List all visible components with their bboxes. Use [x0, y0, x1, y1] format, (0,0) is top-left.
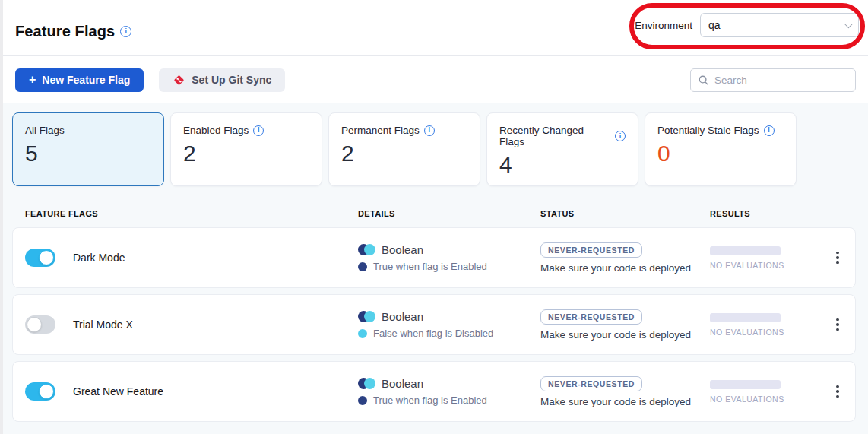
search-box[interactable]	[690, 68, 856, 92]
status-badge: NEVER-REQUESTED	[540, 376, 642, 391]
new-feature-flag-label: New Feature Flag	[42, 74, 130, 86]
type-line: Boolean	[358, 377, 540, 390]
value-note: True when flag is Enabled	[373, 261, 487, 272]
stat-card-label: Permanent Flags	[341, 125, 420, 136]
results-note: NO EVALUATIONS	[710, 328, 784, 337]
status-note: Make sure your code is deployed	[540, 396, 691, 407]
value-note: True when flag is Enabled	[373, 394, 487, 406]
stat-cards-row: All Flags 5 Enabled Flags 2 Permanent Fl…	[12, 112, 856, 186]
table-header: FEATURE FLAGS DETAILS STATUS RESULTS	[12, 206, 856, 221]
stat-card-label-row: Enabled Flags	[183, 125, 309, 136]
stat-card-all-flags[interactable]: All Flags 5	[12, 112, 164, 186]
type-line: Boolean	[358, 310, 540, 323]
git-icon	[173, 74, 185, 87]
flag-details-cell: Boolean True when flag is Enabled	[358, 377, 540, 406]
plus-icon: +	[29, 74, 36, 86]
git-sync-label: Set Up Git Sync	[192, 74, 271, 86]
results-bar	[710, 246, 781, 255]
stat-card-label: Enabled Flags	[183, 125, 249, 136]
boolean-type-icon	[358, 244, 375, 255]
flag-name-cell: Great New Feature	[25, 382, 358, 401]
kebab-menu-button[interactable]	[832, 247, 844, 269]
stat-card-value: 0	[657, 141, 784, 166]
status-badge: NEVER-REQUESTED	[540, 242, 642, 258]
stat-card-value: 4	[499, 152, 626, 177]
value-note: False when flag is Disabled	[373, 328, 493, 339]
stat-card-label-row: All Flags	[25, 125, 151, 136]
feature-flags-page: Feature Flags Environment qa + New Featu…	[0, 0, 868, 434]
results-note: NO EVALUATIONS	[710, 261, 784, 270]
toggle-knob	[39, 384, 54, 399]
type-label: Boolean	[382, 243, 423, 256]
info-icon[interactable]	[764, 125, 775, 136]
flag-status-cell: NEVER-REQUESTED Make sure your code is d…	[540, 242, 710, 274]
flag-name[interactable]: Trial Mode X	[73, 318, 133, 331]
info-icon[interactable]	[615, 131, 626, 141]
flag-name[interactable]: Great New Feature	[73, 385, 163, 398]
kebab-menu-button[interactable]	[832, 381, 844, 403]
status-badge: NEVER-REQUESTED	[540, 309, 642, 325]
row-actions-cell	[832, 314, 860, 336]
flag-details-cell: Boolean False when flag is Disabled	[358, 310, 540, 339]
flag-name-cell: Dark Mode	[25, 249, 358, 267]
value-note-line: True when flag is Enabled	[358, 394, 540, 406]
stat-card-label-row: Permanent Flags	[341, 125, 467, 136]
value-dot-icon	[358, 329, 367, 338]
info-icon[interactable]	[253, 125, 264, 136]
title-info-icon[interactable]	[120, 26, 131, 37]
column-header-status: STATUS	[540, 209, 710, 218]
flag-name[interactable]: Dark Mode	[73, 252, 125, 264]
stat-card-permanent-flags[interactable]: Permanent Flags 2	[328, 112, 480, 186]
stat-card-label: All Flags	[25, 125, 65, 136]
environment-value: qa	[708, 19, 844, 31]
type-label: Boolean	[382, 377, 423, 390]
results-bar	[710, 313, 781, 322]
column-header-feature-flags: FEATURE FLAGS	[25, 209, 358, 218]
column-header-details: DETAILS	[358, 209, 540, 218]
results-bar	[710, 380, 781, 389]
environment-select[interactable]: qa	[700, 13, 859, 37]
stat-card-potentially-stale-flags[interactable]: Potentially Stale Flags 0	[645, 112, 797, 186]
search-icon	[698, 74, 709, 86]
stat-card-label-row: Recently Changed Flags	[499, 125, 626, 147]
flag-toggle[interactable]	[25, 382, 55, 401]
flag-toggle[interactable]	[25, 315, 55, 334]
kebab-menu-button[interactable]	[832, 314, 844, 336]
stat-card-recently-changed-flags[interactable]: Recently Changed Flags 4	[486, 112, 638, 186]
value-note-line: False when flag is Disabled	[358, 328, 540, 339]
flag-status-cell: NEVER-REQUESTED Make sure your code is d…	[540, 309, 710, 341]
boolean-type-icon	[358, 378, 375, 389]
left-edge-divider	[0, 0, 3, 434]
flag-status-cell: NEVER-REQUESTED Make sure your code is d…	[540, 376, 710, 407]
environment-label: Environment	[635, 20, 692, 31]
environment-group: Environment qa	[635, 13, 859, 37]
value-note-line: True when flag is Enabled	[358, 261, 540, 272]
flag-results-cell: NO EVALUATIONS	[710, 246, 832, 270]
new-feature-flag-button[interactable]: + New Feature Flag	[15, 68, 144, 92]
flag-details-cell: Boolean True when flag is Enabled	[358, 243, 540, 272]
stat-card-label: Potentially Stale Flags	[657, 125, 759, 136]
status-note: Make sure your code is deployed	[540, 262, 691, 274]
feature-row-dark-mode[interactable]: Dark Mode Boolean True when flag is Enab…	[12, 227, 856, 288]
flag-results-cell: NO EVALUATIONS	[710, 313, 832, 337]
feature-row-trial-mode-x[interactable]: Trial Mode X Boolean False when flag is …	[12, 294, 856, 355]
value-dot-icon	[358, 396, 367, 405]
flag-name-cell: Trial Mode X	[25, 315, 358, 334]
results-note: NO EVALUATIONS	[710, 394, 784, 404]
git-sync-button[interactable]: Set Up Git Sync	[159, 68, 285, 92]
row-actions-cell	[832, 247, 860, 269]
flag-toggle[interactable]	[25, 249, 55, 267]
type-label: Boolean	[382, 310, 423, 323]
feature-row-great-new-feature[interactable]: Great New Feature Boolean True when flag…	[12, 361, 856, 422]
flag-results-cell: NO EVALUATIONS	[710, 380, 832, 404]
stat-card-enabled-flags[interactable]: Enabled Flags 2	[170, 112, 322, 186]
stat-card-value: 2	[341, 141, 467, 166]
stat-card-label: Recently Changed Flags	[499, 125, 610, 147]
boolean-type-icon	[358, 311, 375, 322]
title-wrap: Feature Flags	[15, 23, 131, 40]
search-input[interactable]	[714, 74, 848, 86]
stat-card-value: 5	[25, 141, 151, 166]
info-icon[interactable]	[424, 125, 435, 136]
stat-card-value: 2	[183, 141, 309, 166]
type-line: Boolean	[358, 243, 540, 256]
